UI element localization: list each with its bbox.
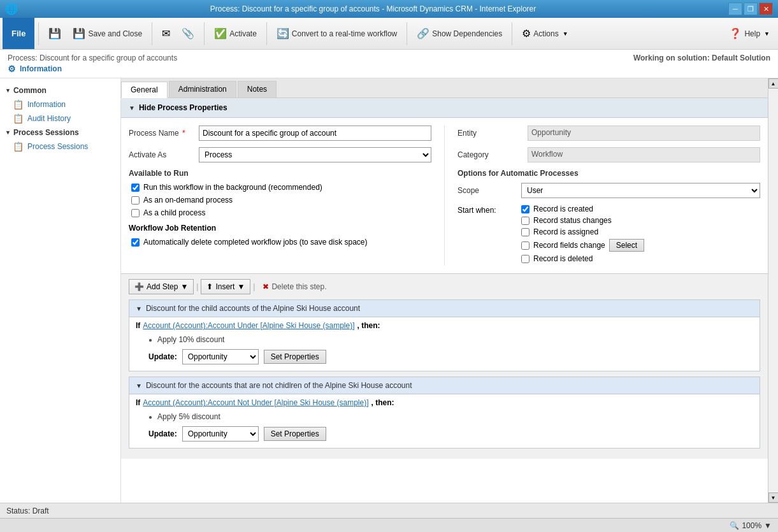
steps-sep-1: | [196, 282, 198, 291]
entity-label: Entity [457, 129, 528, 138]
scroll-up-button[interactable]: ▲ [768, 78, 779, 89]
record-deleted-checkbox[interactable] [521, 255, 529, 263]
step-1-update-label: Update: [148, 352, 177, 361]
on-demand-row: As an on-demand process [129, 196, 431, 205]
help-icon: ❓ [729, 27, 742, 40]
on-demand-label: As an on-demand process [143, 196, 233, 205]
steps-sep-2: | [253, 282, 255, 291]
step-collapse-2[interactable]: ▼ [136, 382, 142, 389]
child-process-checkbox[interactable] [131, 209, 140, 217]
save-and-close-button[interactable]: 💾 Save and Close [67, 22, 148, 46]
step-2-content: If Account (Account):Account Not Under [… [129, 394, 760, 448]
minimize-button[interactable]: ─ [728, 3, 742, 15]
convert-button[interactable]: 🔄 Convert to a real-time workflow [271, 22, 403, 46]
zoom-icon: 🔍 [730, 521, 739, 530]
step-2-title: Discount for the accounts that are not c… [146, 381, 412, 390]
add-step-icon: ➕ [134, 282, 144, 291]
working-on-solution: Working on solution: Default Solution [633, 54, 770, 62]
activate-button[interactable]: ✅ Activate [208, 22, 263, 46]
scope-row: Scope User [457, 183, 760, 198]
props-left: Process Name * Activate As Process Avail… [129, 126, 444, 266]
step-collapse-1[interactable]: ▼ [136, 305, 142, 312]
add-step-button[interactable]: ➕ Add Step ▼ [129, 279, 194, 294]
if-keyword-2: If [136, 398, 140, 407]
record-assigned-checkbox[interactable] [521, 228, 529, 236]
show-dependencies-button[interactable]: 🔗 Show Dependencies [411, 22, 508, 46]
zoom-caret-icon[interactable]: ▼ [764, 521, 772, 530]
actions-dropdown[interactable]: ⚙ Actions ▼ [516, 22, 573, 46]
toolbar: File 💾 💾 Save and Close ✉ 📎 ✅ Activate 🔄… [0, 18, 778, 50]
step-1-update-row: Update: Opportunity Set Properties [136, 347, 753, 367]
help-dropdown[interactable]: ❓ Help ▼ [723, 22, 775, 46]
sidebar-item-audit-history[interactable]: 📋 Audit History [0, 111, 120, 126]
activate-as-select[interactable]: Process [199, 147, 431, 162]
step-2-account-link[interactable]: Account (Account):Account Not Under [Alp… [143, 398, 368, 407]
file-button[interactable]: File [3, 18, 34, 49]
tab-notes[interactable]: Notes [238, 81, 277, 97]
step-2-if-row: If Account (Account):Account Not Under [… [136, 398, 753, 407]
step-block-header-1: ▼ Discount for the child accounts of the… [129, 300, 760, 317]
toolbar-separator-1 [38, 22, 39, 45]
convert-icon: 🔄 [277, 27, 289, 40]
sidebar-item-information[interactable]: 📋 Information [0, 97, 120, 111]
breadcrumb: Process: Discount for a specific group o… [8, 54, 177, 62]
auto-delete-checkbox[interactable] [131, 238, 140, 247]
actions-icon: ⚙ [522, 27, 531, 40]
process-name-row: Process Name * [129, 126, 431, 141]
on-demand-checkbox[interactable] [131, 196, 140, 205]
page-title: Information [20, 64, 62, 73]
record-status-checkbox[interactable] [521, 217, 529, 225]
restore-button[interactable]: ❐ [744, 3, 758, 15]
status-text: Status: Draft [6, 507, 49, 515]
page-title-icon: ⚙ [8, 64, 16, 74]
start-when-options: Record is created Record status changes … [521, 205, 644, 266]
step-1-update-select[interactable]: Opportunity [182, 349, 259, 364]
apply-bullet-1: ● [148, 336, 152, 343]
step-1-set-properties-button[interactable]: Set Properties [264, 350, 326, 364]
scroll-down-button[interactable]: ▼ [768, 492, 779, 503]
step-2-set-properties-button[interactable]: Set Properties [264, 427, 326, 441]
tab-administration[interactable]: Administration [169, 81, 236, 97]
tabs: General Administration Notes [121, 78, 768, 98]
category-label: Category [457, 150, 528, 159]
auto-delete-row: Automatically delete completed workflow … [129, 238, 431, 247]
section-title: Hide Process Properties [139, 103, 227, 112]
step-1-then: , then: [357, 321, 380, 330]
insert-button[interactable]: ⬆ Insert ▼ [201, 279, 250, 294]
common-triangle-icon: ▼ [5, 87, 11, 94]
step-block-1: ▼ Discount for the child accounts of the… [129, 299, 760, 371]
process-name-input[interactable] [199, 126, 431, 141]
tab-general[interactable]: General [121, 82, 168, 98]
dependencies-icon: 🔗 [417, 27, 429, 40]
record-created-checkbox[interactable] [521, 205, 529, 213]
audit-history-icon: 📋 [13, 113, 24, 124]
run-background-row: Run this workflow in the background (rec… [129, 183, 431, 192]
close-button[interactable]: ✕ [759, 3, 773, 15]
scope-select[interactable]: User [521, 183, 760, 198]
attach-toolbar-item[interactable]: 📎 [176, 22, 200, 46]
apply-bullet-2: ● [148, 413, 152, 421]
run-background-checkbox[interactable] [131, 183, 140, 192]
delete-step-button[interactable]: ✖ Delete this step. [257, 280, 331, 294]
sidebar-item-process-sessions[interactable]: 📋 Process Sessions [0, 140, 120, 154]
toolbar-separator-5 [407, 22, 407, 45]
save-toolbar-item[interactable]: 💾 [43, 22, 67, 46]
information-icon: 📋 [13, 99, 24, 110]
step-1-content: If Account (Account):Account Under [Alpi… [129, 317, 760, 371]
if-keyword-1: If [136, 321, 140, 330]
add-step-caret: ▼ [180, 282, 188, 291]
start-when-area: Start when: Record is created Record sta… [457, 205, 760, 266]
select-fields-button[interactable]: Select [609, 239, 644, 252]
step-1-if-row: If Account (Account):Account Under [Alpi… [136, 321, 753, 330]
child-process-label: As a child process [143, 208, 205, 217]
email-toolbar-item[interactable]: ✉ [156, 22, 176, 46]
process-properties-section-header[interactable]: ▼ Hide Process Properties [121, 98, 768, 118]
actions-caret-icon: ▼ [563, 31, 568, 37]
entity-row: Entity Opportunity [457, 126, 760, 141]
steps-area: ➕ Add Step ▼ | ⬆ Insert ▼ | ✖ [121, 273, 768, 459]
record-fields-checkbox[interactable] [521, 241, 529, 250]
step-1-account-link[interactable]: Account (Account):Account Under [Alpine … [143, 321, 354, 330]
step-2-update-select[interactable]: Opportunity [182, 426, 259, 442]
step-1-title: Discount for the child accounts of the A… [146, 304, 360, 313]
sidebar-group-process-sessions: ▼ Process Sessions [0, 126, 120, 140]
